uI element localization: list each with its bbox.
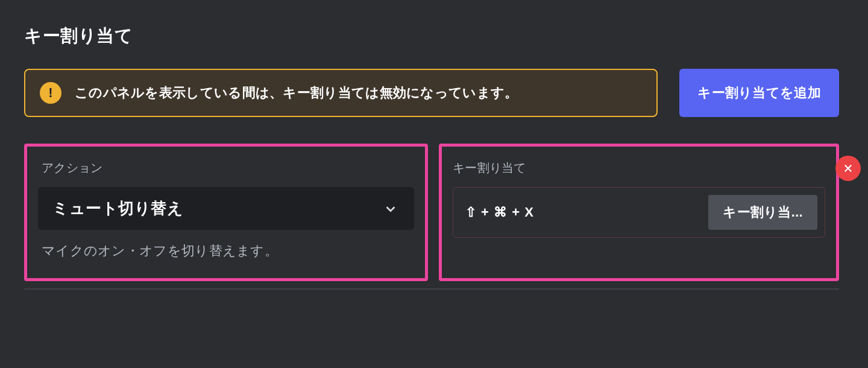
warning-text: このパネルを表示している間は、キー割り当ては無効になっています。 [75, 82, 518, 103]
action-panel: アクション ミュート切り替え マイクのオン・オフを切り替えます。 [24, 144, 428, 281]
action-selected: ミュート切り替え [52, 198, 183, 219]
key-combo-display[interactable]: ⇧ + ⌘ + X [465, 205, 701, 220]
top-row: ! このパネルを表示している間は、キー割り当ては無効になっています。 キー割り当… [24, 69, 839, 117]
key-input-row: ⇧ + ⌘ + X キー割り当... [453, 187, 825, 238]
add-keybind-button[interactable]: キー割り当てを追加 [679, 69, 839, 117]
action-label: アクション [38, 160, 414, 176]
warning-banner: ! このパネルを表示している間は、キー割り当ては無効になっています。 [24, 69, 658, 117]
close-icon [843, 163, 854, 174]
record-keybind-button[interactable]: キー割り当... [708, 195, 817, 230]
keybinds-settings: キー割り当て ! このパネルを表示している間は、キー割り当ては無効になっています… [0, 0, 868, 290]
warning-icon: ! [40, 82, 61, 104]
page-title: キー割り当て [24, 24, 839, 48]
divider [24, 288, 839, 290]
action-description: マイクのオン・オフを切り替えます。 [38, 242, 414, 260]
key-panel: キー割り当て ⇧ + ⌘ + X キー割り当... [439, 144, 839, 281]
key-label: キー割り当て [453, 160, 825, 176]
close-button[interactable] [835, 156, 861, 181]
chevron-down-icon [382, 200, 400, 218]
keybind-row: アクション ミュート切り替え マイクのオン・オフを切り替えます。 キー割り当て … [24, 144, 839, 281]
action-dropdown[interactable]: ミュート切り替え [38, 187, 414, 230]
